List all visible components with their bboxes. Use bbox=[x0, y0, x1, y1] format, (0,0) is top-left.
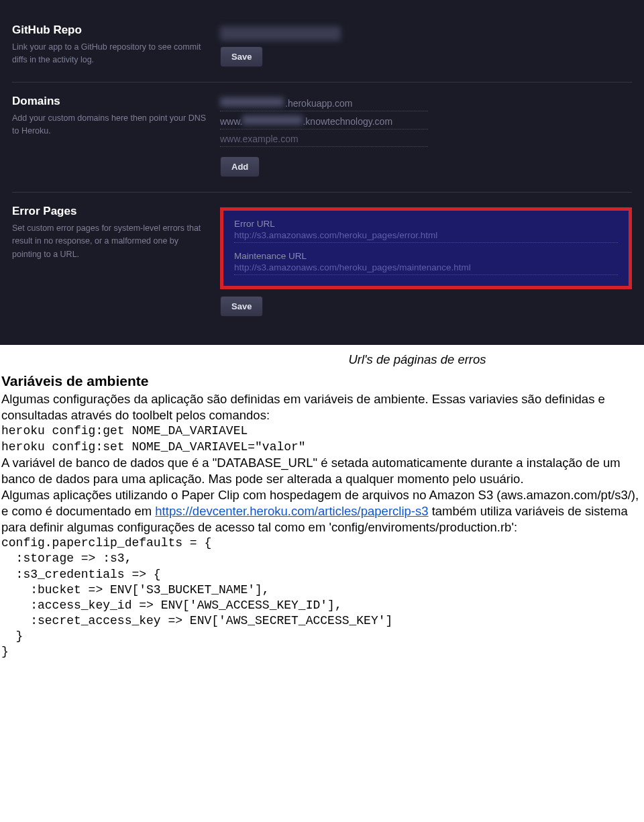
domain-add-button[interactable]: Add bbox=[220, 156, 260, 177]
section-error-left: Error Pages Set custom error pages for s… bbox=[12, 205, 220, 261]
domain-1-suffix: .herokuapp.com bbox=[285, 98, 352, 109]
blurred-text bbox=[242, 115, 303, 125]
domains-title: Domains bbox=[12, 95, 207, 108]
settings-panel: GitHub Repo Link your app to a GitHub re… bbox=[0, 0, 644, 345]
heading-variaveis: Variáveis de ambiente bbox=[1, 372, 643, 390]
paragraph-3: Algumas aplicações utilizando o Paper Cl… bbox=[1, 487, 643, 535]
domains-desc: Add your custom domains here then point … bbox=[12, 112, 207, 138]
paragraph-2: A variável de banco de dados que é a "DA… bbox=[1, 455, 643, 487]
error-url-input[interactable]: http://s3.amazonaws.com/heroku_pages/err… bbox=[234, 230, 618, 243]
blurred-text bbox=[220, 97, 284, 107]
github-desc: Link your app to a GitHub repository to … bbox=[12, 41, 207, 67]
maintenance-url-input[interactable]: http://s3.amazonaws.com/heroku_pages/mai… bbox=[234, 262, 618, 275]
section-github: GitHub Repo Link your app to a GitHub re… bbox=[12, 7, 632, 82]
domain-2-suffix: .knowtechnology.com bbox=[303, 116, 392, 127]
domain-add-input[interactable]: www.example.com bbox=[220, 134, 428, 147]
figure-caption: Url's de páginas de erros bbox=[176, 352, 644, 368]
domain-row-2: www. .knowtechnology.com bbox=[220, 115, 428, 130]
paragraph-1: Algumas configurações da aplicação são d… bbox=[1, 391, 643, 423]
github-save-button[interactable]: Save bbox=[220, 46, 263, 67]
section-error-right: Error URL http://s3.amazonaws.com/heroku… bbox=[220, 205, 632, 317]
error-save-wrap: Save bbox=[220, 296, 632, 317]
section-github-right: Save bbox=[220, 23, 632, 67]
link-devcenter[interactable]: https://devcenter.heroku.com/articles/pa… bbox=[155, 504, 428, 518]
github-repo-input-blurred[interactable] bbox=[220, 26, 341, 41]
code-paperclip-defaults: config.paperclip_defaults = { :storage =… bbox=[1, 535, 643, 659]
domain-2-prefix: www. bbox=[220, 116, 242, 127]
error-highlight-box: Error URL http://s3.amazonaws.com/heroku… bbox=[220, 207, 632, 289]
section-domains-right: .herokuapp.com www. .knowtechnology.com … bbox=[220, 95, 632, 177]
error-save-button[interactable]: Save bbox=[220, 296, 263, 317]
error-desc: Set custom error pages for system-level … bbox=[12, 222, 207, 261]
error-url-label: Error URL bbox=[234, 219, 618, 229]
github-title: GitHub Repo bbox=[12, 23, 207, 37]
section-error-pages: Error Pages Set custom error pages for s… bbox=[12, 192, 632, 331]
document-body: Url's de páginas de erros Variáveis de a… bbox=[0, 345, 644, 680]
domain-row-1: .herokuapp.com bbox=[220, 97, 428, 111]
cmd-config-set: heroku config:set NOME_DA_VARIAVEL="valo… bbox=[1, 440, 643, 455]
section-domains-left: Domains Add your custom domains here the… bbox=[12, 95, 220, 138]
maintenance-url-label: Maintenance URL bbox=[234, 251, 618, 261]
error-title: Error Pages bbox=[12, 205, 207, 218]
section-github-left: GitHub Repo Link your app to a GitHub re… bbox=[12, 23, 220, 67]
section-domains: Domains Add your custom domains here the… bbox=[12, 82, 632, 192]
cmd-config-get: heroku config:get NOME_DA_VARIAVEL bbox=[1, 423, 643, 439]
